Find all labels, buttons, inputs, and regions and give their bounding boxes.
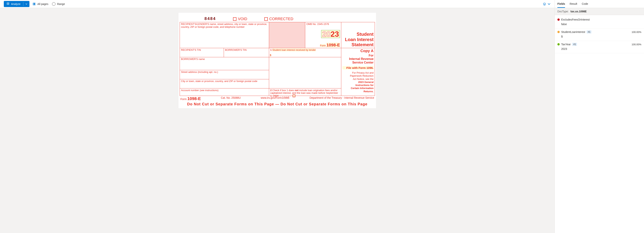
field-confidence: 100.00%	[632, 31, 641, 34]
analyze-label: Analyze	[11, 3, 20, 6]
field-color-dot	[558, 43, 560, 46]
analyze-button[interactable]: Analyze	[4, 1, 30, 7]
form-word: Form	[320, 44, 326, 47]
radio-circle-checked	[32, 2, 36, 6]
recipient-tin-label: RECIPIENT'S TIN	[181, 49, 201, 51]
footer-form: Form 1098-E	[180, 96, 201, 101]
street-address-box: Street address (including apt. no.)	[180, 70, 269, 79]
field-value: $	[561, 35, 641, 38]
void-checkbox: VOID	[233, 17, 247, 21]
borrower-name-box: BORROWER'S name	[180, 57, 269, 70]
field-row[interactable]: ExcludesFeesOrInterest false	[555, 16, 644, 29]
doctype-bar: DocType: tax.us.1098E	[555, 8, 644, 15]
account-number-box: Account number (see instructions)	[180, 88, 269, 96]
void-label: VOID	[238, 17, 247, 21]
form-title-box: Student Loan Interest Statement	[341, 22, 375, 48]
copy-a-panel: Copy A ForInternal RevenueService Center…	[341, 48, 375, 96]
privacy-notice: For Privacy Act andPaperwork ReductionAc…	[342, 71, 374, 93]
panel-tabs: Fields Result Code	[555, 0, 644, 8]
radio-circle	[52, 2, 56, 6]
layers-button[interactable]	[543, 2, 551, 6]
form-line: Form 1098-E	[320, 43, 340, 47]
doctype-value: tax.us.1098E	[570, 10, 587, 13]
box2-number: 2	[270, 89, 272, 92]
footer-form-word: Form	[180, 98, 187, 101]
form-1098e-grid: RECIPIENT'S/LENDER'S name, street addres…	[180, 22, 375, 96]
tax-year: 2023	[321, 30, 340, 38]
copy-a: Copy A	[342, 49, 374, 53]
document-page: 8484 VOID CORRECTED RECIPIENT'S/LENDER'S…	[178, 13, 376, 108]
radio-all-pages[interactable]: All pages	[32, 2, 48, 6]
document-viewer[interactable]: 8484 VOID CORRECTED RECIPIENT'S/LENDER'S…	[0, 8, 554, 233]
field-badge: #1	[587, 31, 592, 34]
field-color-dot	[558, 31, 560, 33]
radio-all-pages-label: All pages	[38, 3, 48, 6]
field-badge: #1	[572, 43, 577, 46]
box2-not: not	[295, 89, 298, 92]
doctype-label: DocType:	[558, 10, 568, 13]
city-label: City or town, state or province, country…	[181, 80, 257, 83]
file-with-1096: File with Form 1096.	[342, 66, 374, 69]
layers-icon	[543, 2, 546, 6]
tin-row: RECIPIENT'S TIN BORROWER'S TIN	[180, 48, 269, 57]
year-prefix: 20	[322, 30, 331, 38]
empty-center	[269, 57, 341, 88]
page-mode-group: All pages Range	[32, 2, 65, 6]
tab-code[interactable]: Code	[582, 2, 588, 8]
borrower-name-label: BORROWER'S name	[181, 58, 205, 61]
form-number: 1098-E	[326, 43, 340, 47]
city-box: City or town, state or province, country…	[180, 79, 269, 88]
analyze-icon	[6, 2, 10, 6]
box1-number: 1	[270, 49, 272, 51]
title-line-1: Student	[345, 32, 374, 37]
footer-form-number: 1098-E	[188, 96, 201, 101]
title-line-2: Loan Interest	[345, 37, 374, 42]
box2-text-a: Check if box 1 does	[272, 89, 295, 92]
box2-checkbox	[293, 95, 295, 97]
box-2: 2 Check if box 1 does not include loan o…	[269, 88, 341, 96]
recipient-lender-box: RECIPIENT'S/LENDER'S name, street addres…	[180, 22, 269, 48]
field-name: StudentLoanInterest	[561, 31, 585, 34]
footer-dept: Department of the Treasury - Internal Re…	[310, 96, 374, 101]
field-name: ExcludesFeesOrInterest	[561, 18, 590, 21]
pink-box	[269, 22, 305, 48]
title-line-3: Statement	[345, 42, 374, 47]
field-name: TaxYear	[561, 43, 571, 46]
recipient-lender-label: RECIPIENT'S/LENDER'S name, street addres…	[181, 23, 267, 28]
for-irs: ForInternal RevenueService Center	[349, 54, 374, 64]
omb-year-box: OMB No. 1545-1576 2023 Form 1098-E	[305, 22, 341, 48]
omb-number: OMB No. 1545-1576	[306, 23, 329, 26]
borrower-tin-box: BORROWER'S TIN	[224, 49, 268, 57]
field-row[interactable]: StudentLoanInterest #1 100.00% $	[555, 29, 644, 41]
field-value: 2023	[561, 47, 641, 50]
recipient-tin-box: RECIPIENT'S TIN	[180, 48, 224, 57]
corrected-label: CORRECTED	[269, 17, 294, 21]
chevron-down-icon	[547, 2, 551, 6]
field-value: false	[561, 23, 641, 26]
street-address-label: Street address (including apt. no.)	[181, 71, 218, 73]
box-1: 1 Student loan interest received by lend…	[269, 48, 341, 57]
corrected-checkbox: CORRECTED	[264, 17, 294, 21]
field-row[interactable]: TaxYear #1 100.00% 2023	[555, 41, 644, 53]
field-color-dot	[558, 19, 560, 21]
borrower-tin-label: BORROWER'S TIN	[225, 49, 246, 51]
fields-list: ExcludesFeesOrInterest false StudentLoan…	[555, 15, 644, 54]
dollar-sign: $	[270, 54, 271, 57]
account-number-label: Account number (see instructions)	[181, 89, 218, 92]
do-not-cut-line: Do Not Cut or Separate Forms on This Pag…	[180, 102, 375, 106]
box1-label: Student loan interest received by lender	[272, 49, 316, 51]
tab-fields[interactable]: Fields	[558, 2, 565, 8]
chevron-down-icon	[25, 3, 28, 5]
form-sequence: 8484	[204, 17, 216, 21]
checkbox-icon	[264, 17, 268, 21]
analyze-dropdown[interactable]	[23, 1, 30, 7]
checkbox-icon	[233, 17, 236, 21]
radio-range-label: Range	[57, 3, 65, 6]
tab-result[interactable]: Result	[570, 2, 577, 8]
footer-cat-no: Cat. No. 25088U	[221, 96, 240, 101]
radio-range[interactable]: Range	[52, 2, 65, 6]
year-suffix: 23	[331, 30, 339, 38]
field-confidence: 100.00%	[632, 43, 641, 46]
box2-dots: . . . . . .	[279, 94, 291, 97]
results-panel: Fields Result Code DocType: tax.us.1098E…	[555, 0, 644, 233]
